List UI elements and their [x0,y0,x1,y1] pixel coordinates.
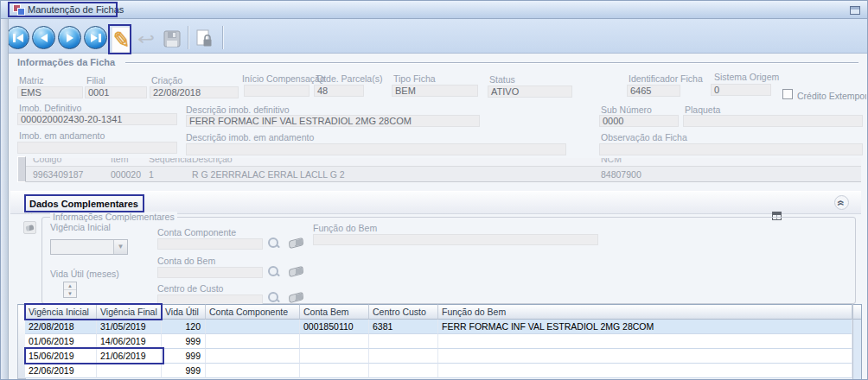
conta-componente-field[interactable] [157,238,263,250]
table-row[interactable]: 22/08/2018 [25,320,97,334]
table-cell[interactable]: 6381 [369,320,438,334]
table-cell[interactable] [438,334,852,349]
table-cell[interactable] [438,349,852,364]
observacao-field[interactable] [599,143,863,155]
next-record-button[interactable] [58,26,81,49]
annotation-dados-box [24,194,144,212]
criacao-label: Criação [151,75,182,86]
credito-extemporaneo-checkbox[interactable] [782,89,793,99]
item-grid-col-ncm: NCM [601,158,622,164]
table-cell[interactable]: FERR FORMAC INF VAL ESTRADIOL 2MG 28COM [438,320,852,334]
first-record-button[interactable] [6,26,29,49]
col-vida-util[interactable]: Vida Útil [162,304,206,320]
conta-componente-search-icon[interactable] [267,237,280,250]
table-cell[interactable]: 999 [162,334,206,349]
item-grid-row-selector[interactable] [17,156,26,182]
spinner-up-icon[interactable]: ▲ [64,282,76,290]
vida-util-spinner[interactable]: ▲ ▼ [63,282,77,298]
descricao-andamento-field[interactable] [186,143,566,155]
filial-label: Filial [86,75,105,86]
table-cell[interactable] [300,334,369,349]
status-field[interactable]: ATIVO [488,86,572,98]
col-conta-bem[interactable]: Conta Bem [300,304,369,320]
item-grid-sequencia: 1 [149,169,154,180]
table-cell[interactable] [369,364,438,378]
table-cell[interactable] [300,349,369,364]
clear-button[interactable] [23,221,36,234]
centro-custo-label: Centro de Custo [157,283,223,294]
table-cell[interactable]: 120 [162,320,206,334]
descricao-andamento-label: Descrição imob. em andamento [186,132,314,142]
item-grid-col-descricao: Descrição [192,158,233,164]
criacao-field[interactable]: 22/08/2018 [150,86,239,98]
vigencia-inicial-label: Vigência Inicial [50,222,111,232]
ficha-section-title: Informações da Ficha [17,57,115,67]
collapse-button[interactable]: « [834,195,849,210]
table-cell[interactable] [438,364,852,378]
save-icon [163,30,181,48]
conta-bem-field[interactable] [157,267,263,278]
identificador-label: Identificador Ficha [629,73,703,84]
undo-icon: ↩ [137,28,155,49]
ficha-section-line [125,62,858,64]
descricao-definitivo-field[interactable]: FERR FORMAC INF VAL ESTRADIOL 2MG 28COM [186,115,480,127]
conta-bem-search-icon[interactable] [267,265,280,278]
table-cell[interactable] [206,349,300,364]
maximize-icon[interactable] [850,6,860,15]
table-row[interactable]: 22/06/2019 [25,364,97,378]
table-cell[interactable]: 31/05/2019 [97,320,162,334]
tipo-ficha-field[interactable]: BEM [392,85,478,97]
window-left-strip [1,19,9,379]
table-cell[interactable] [206,364,300,378]
informacoes-complementares-label: Informações Complementares [50,212,177,222]
credito-extemporaneo-label: Crédito Extemporâne [797,91,866,101]
item-grid-codigo: 9963409187 [33,169,83,180]
centro-custo-search-icon[interactable] [267,291,280,304]
plaqueta-field[interactable] [683,115,863,127]
last-record-icon [91,34,98,42]
table-scrollbar[interactable] [852,304,862,379]
inicio-compensacao-field[interactable] [244,85,310,97]
spinner-down-icon[interactable]: ▼ [64,290,76,298]
item-grid-descricao: R G 2ERRRALAC ERRAL LACLL G 2 [192,169,345,180]
imob-andamento-field[interactable] [17,142,177,154]
col-funcao-bem[interactable]: Função do Bem [438,304,852,320]
vigencia-inicial-combobox[interactable]: ▼ [50,239,128,255]
mini-eraser-icon [25,225,34,231]
col-centro-custo[interactable]: Centro Custo [369,304,438,320]
filial-field[interactable]: 0001 [85,86,147,98]
sub-numero-field[interactable]: 0000 [599,115,679,127]
item-grid-row[interactable]: 9963409187 000020 1 R G 2ERRRALAC ERRAL … [26,166,861,182]
identificador-field[interactable]: 6465 [627,85,680,97]
annotation-table-header-box [24,303,163,320]
sistema-origem-field[interactable]: 0 [711,84,771,96]
lock-button[interactable] [193,27,217,51]
qtde-parcelas-field[interactable]: 48 [314,85,364,97]
toolbar-separator [188,26,189,49]
funcao-bem-field[interactable] [313,234,598,245]
table-cell[interactable]: 999 [162,349,206,364]
table-cell[interactable] [369,334,438,349]
last-record-button[interactable] [84,26,107,49]
matriz-field[interactable]: EMS [17,86,83,98]
table-cell[interactable] [300,364,369,378]
table-cell[interactable]: 999 [162,364,206,378]
table-cell[interactable] [206,320,300,334]
funcao-bem-label: Função do Bem [313,223,377,233]
sub-numero-label: Sub Número [601,104,652,115]
previous-record-icon [41,34,48,42]
combo-dropdown-arrow-icon[interactable]: ▼ [113,240,127,254]
undo-button[interactable]: ↩ [134,27,159,51]
item-grid-col-sequencia: Sequência [149,158,192,164]
sistema-origem-label: Sistema Origem [714,72,779,82]
imob-definitivo-field[interactable]: 000020002430-20-1341 [17,113,177,125]
imob-definitivo-label: Imob. Definitivo [19,103,81,113]
table-cell[interactable] [206,334,300,349]
titlebar: Manutenção de Fichas [1,1,867,19]
previous-record-button[interactable] [32,26,55,49]
table-cell[interactable] [97,364,162,378]
table-cell[interactable] [369,349,438,364]
table-cell[interactable]: 0001850110 [300,320,369,334]
save-button[interactable] [162,27,182,51]
col-conta-componente[interactable]: Conta Componente [206,304,300,320]
